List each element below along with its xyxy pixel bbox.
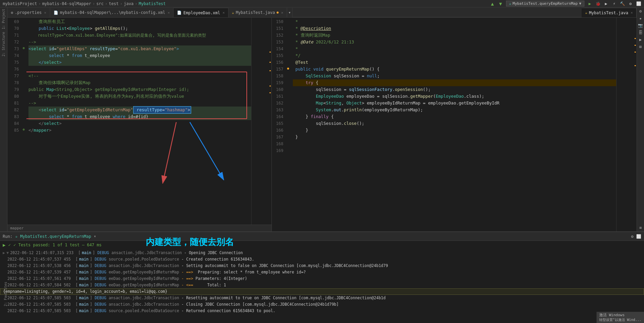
log-line: 2022-06-12 21:45:07,561 479 [ main ] DEB… (0, 276, 644, 282)
windows-activation: 激活 Windows 转型设置"以激活 Wind... (597, 312, 644, 323)
tab-employee-dao-xml[interactable]: 📄 EmployeeDao.xml × (174, 8, 228, 17)
line-numbers-left: 69707172 73747576 77787980 81828384 85 (7, 18, 21, 225)
log-line: 2022-06-12 21:45:07,538 456 [ main ] DEB… (0, 263, 644, 269)
run-config[interactable]: ☕ MybatisTest.queryEmpReturnMap ▼ (506, 1, 584, 6)
log-line: ▶ ▼ 2022-06-12 21:45:07,315 233 [ main ]… (0, 250, 644, 256)
breadcrumb: mybatisProject › mybatis-04-sqlMapper › … (3, 1, 166, 6)
arrow-up-icon[interactable]: ▲ (490, 1, 495, 6)
test-status-bar: ▶ ✓ ✓ Tests passed: 1 of 1 test – 647 ms (0, 241, 644, 249)
right-icon-bookmark[interactable]: ★ (639, 16, 642, 21)
run-settings-icon[interactable]: ⚙ (631, 234, 633, 239)
right-icon-terminal[interactable]: ⊞ (639, 44, 642, 49)
run-maximize-icon[interactable]: ⬜ (636, 234, 641, 239)
build-icon[interactable]: 🔨 (620, 1, 625, 6)
log-line: 2022-06-12 21:45:07,584 502 [ main ] DEB… (0, 282, 644, 288)
settings-gear-icon[interactable]: ⚙ (628, 1, 633, 6)
log-result-line: {empname=lixingting, gender=1, id=4, log… (0, 288, 644, 295)
gutter-right: ● (285, 18, 291, 231)
run-tab-close[interactable]: × (94, 234, 96, 238)
log-line: 2022-06-12 21:45:07,585 503 [ main ] DEB… (0, 308, 644, 314)
log-line: 2022-06-12 21:45:07,585 503 [ main ] DEB… (0, 301, 644, 308)
run-icon[interactable]: ▶ (587, 1, 592, 6)
right-icon-settings[interactable]: ⚙ (639, 9, 642, 14)
line-numbers-right: 150151152153 154155156157 158159160161 1… (272, 18, 285, 231)
code-content-left[interactable]: 查询所有员工 public List<Employee> getAllEmps(… (26, 18, 251, 225)
profile-icon[interactable]: ⚡ (611, 1, 617, 6)
log-line: 2022-06-12 21:45:07,537 455 [ main ] DEB… (0, 256, 644, 263)
editors-split: 69707172 73747576 77787980 81828384 85 ⊕ (7, 18, 637, 231)
sidebar-item-structure[interactable]: 2: Structure (2, 32, 5, 56)
left-sidebar: 1: Project 2: Structure (0, 7, 7, 231)
left-editor: 69707172 73747576 77787980 81828384 85 ⊕ (7, 18, 272, 231)
editor-footer-left: mapper (7, 225, 271, 231)
right-icon-run[interactable]: ▶ (639, 37, 642, 42)
tab-mybatis-test-left[interactable]: ☕ MybatisTest.java × (228, 8, 287, 17)
log-line: 2022-06-12 21:45:07,539 457 [ main ] DEB… (0, 269, 644, 276)
play-button[interactable]: ▶ (3, 242, 5, 248)
right-sidebar: ⚙ ★ 📷 🗄 ▶ ⊞ ≡ (637, 7, 644, 231)
log-area: ▶ ▼ 2022-06-12 21:45:07,315 233 [ main ]… (0, 249, 644, 323)
code-content-right[interactable]: * * @Description * 查询时返回Map * @Date 2022… (291, 18, 616, 231)
editor-area: ⚙ .properties × 📄 mybatis-04-sqlMapper\.… (7, 7, 637, 231)
arrow-down-icon[interactable]: ▼ (498, 1, 503, 6)
tab-mybatis-config[interactable]: 📄 mybatis-04-sqlMapper\...\mybatis-confi… (50, 8, 174, 17)
minimap-right (616, 18, 637, 231)
bottom-panel: Run: ☕ MybatisTest.queryEmpReturnMap × ⚙… (0, 231, 644, 323)
run-header: Run: ☕ MybatisTest.queryEmpReturnMap × ⚙… (0, 232, 644, 241)
sidebar-favorites[interactable]: 2: Favorites (4, 282, 7, 306)
tab-bar-left: ⚙ .properties × 📄 mybatis-04-sqlMapper\.… (7, 7, 637, 18)
right-icon-expand[interactable]: ≡ (639, 225, 642, 230)
log-line: 2022-06-12 21:45:07,585 503 [ main ] DEB… (0, 295, 644, 301)
coverage-icon[interactable]: ▶ (603, 1, 609, 6)
right-editor: 150151152153 154155156157 158159160161 1… (272, 18, 637, 231)
tab-overflow-button[interactable]: ▾ (287, 8, 293, 17)
sidebar-item-project[interactable]: 1: Project (2, 9, 5, 29)
tab-properties[interactable]: ⚙ .properties × (7, 8, 50, 17)
right-icon-camera[interactable]: 📷 (638, 23, 643, 28)
right-icon-database[interactable]: 🗄 (639, 30, 643, 35)
gutter-left: ⊕ ⊕ (21, 18, 26, 225)
top-bar-right: ▲ ▼ ☕ MybatisTest.queryEmpReturnMap ▼ ▶ … (490, 1, 641, 6)
minimap-left (251, 18, 271, 225)
debug-icon[interactable]: 🐞 (595, 1, 601, 6)
top-bar: mybatisProject › mybatis-04-sqlMapper › … (0, 0, 644, 7)
maximize-icon[interactable]: ⬜ (636, 1, 641, 6)
tab-mybatis-test-right[interactable]: ☕ MybatisTest.java × (582, 8, 637, 17)
